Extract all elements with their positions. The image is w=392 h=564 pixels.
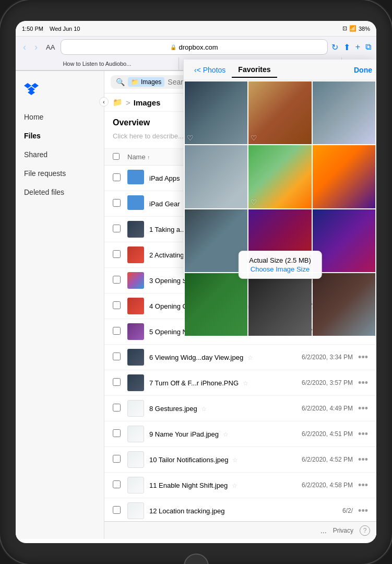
row-checkbox[interactable] — [113, 480, 123, 490]
file-thumbnail — [127, 349, 144, 366]
file-row[interactable]: 9 Name Your iPad.jpeg ☆ 6/2/2020, 4:51 P… — [104, 421, 376, 447]
photo-grid: ♡ ♡ ♡ ♡ ✓ — [184, 80, 376, 337]
photo-cell[interactable]: ♡ — [248, 81, 311, 144]
sidebar-item-home[interactable]: Home — [16, 108, 104, 126]
row-checkbox[interactable] — [113, 225, 123, 234]
row-checkbox[interactable] — [113, 404, 123, 414]
star-icon[interactable]: ☆ — [223, 431, 229, 438]
sidebar: Home Files Shared File requests Deleted … — [16, 71, 104, 539]
bottom-more-button[interactable]: ... — [320, 526, 327, 535]
share-button[interactable]: ⬆ — [343, 42, 350, 52]
dropbox-logo — [16, 77, 104, 108]
star-icon[interactable]: ☆ — [247, 354, 253, 361]
browser-tab-1[interactable]: How to Listen to Audiobo... — [16, 57, 179, 70]
file-date: 6/2/ — [342, 507, 353, 514]
sidebar-item-files[interactable]: Files — [16, 126, 104, 145]
folder-icon — [127, 170, 144, 186]
photo-cell[interactable] — [248, 273, 311, 336]
row-checkbox[interactable] — [113, 506, 123, 516]
reload-button[interactable]: ↻ — [331, 42, 338, 52]
photo-cell[interactable]: ♡ — [248, 145, 311, 208]
heart-icon: ♡ — [187, 134, 194, 142]
row-checkbox[interactable] — [113, 378, 123, 388]
back-button[interactable]: ‹ — [21, 41, 28, 54]
file-row[interactable]: 11 Enable Night Shift.jpeg ☆ 6/2/2020, 4… — [104, 473, 376, 498]
file-thumbnail — [127, 246, 144, 263]
row-checkbox[interactable] — [113, 327, 123, 337]
photos-tabs: ‹ < Photos Favorites Done — [184, 60, 376, 80]
actual-size-tooltip: Actual Size (2.5 MB) Choose Image Size — [238, 251, 322, 279]
row-checkbox[interactable] — [113, 199, 123, 209]
nav-icons: ↻ ⬆ + ⧉ — [331, 42, 371, 52]
more-options-button[interactable]: ••• — [358, 378, 368, 389]
photos-done-button[interactable]: Done — [354, 66, 372, 74]
file-date: 6/2/2020, 3:57 PM — [302, 379, 353, 386]
star-icon[interactable]: ☆ — [243, 380, 248, 387]
device-frame: 1:50 PM Wed Jun 10 ⊡ 📶 38% ‹ › AA 🔒 drop… — [0, 0, 392, 564]
star-icon[interactable]: ☆ — [232, 456, 238, 464]
folder-chip[interactable]: 📁 Images — [128, 77, 164, 87]
photos-favorites-tab[interactable]: Favorites — [232, 62, 277, 78]
home-button[interactable] — [184, 554, 209, 564]
more-options-button[interactable]: ••• — [358, 352, 368, 363]
select-all-checkbox[interactable] — [113, 152, 123, 162]
photo-cell[interactable] — [313, 145, 375, 208]
file-date: 6/2/2020, 4:58 PM — [302, 481, 353, 489]
file-thumbnail — [127, 400, 144, 417]
status-bar: 1:50 PM Wed Jun 10 ⊡ 📶 38% — [16, 21, 376, 37]
breadcrumb-separator: > — [126, 98, 130, 107]
file-name: 11 Enable Night Shift.jpeg ☆ — [149, 481, 302, 489]
forward-button[interactable]: › — [32, 41, 40, 54]
row-checkbox[interactable] — [113, 250, 123, 260]
more-options-button[interactable]: ••• — [358, 403, 368, 414]
sidebar-collapse-button[interactable]: ‹ — [99, 97, 109, 107]
more-options-button[interactable]: ••• — [358, 506, 368, 516]
photo-cell[interactable] — [313, 273, 375, 336]
breadcrumb-folder-icon: 📁 — [113, 98, 123, 107]
lock-icon: 🔒 — [170, 44, 176, 50]
reader-mode-button[interactable]: AA — [44, 42, 57, 52]
choose-image-size-link[interactable]: Choose Image Size — [249, 265, 311, 273]
row-checkbox[interactable] — [113, 173, 123, 183]
time: 1:50 PM — [22, 26, 43, 32]
file-thumbnail — [127, 323, 144, 340]
star-icon[interactable]: ☆ — [232, 482, 237, 489]
file-thumbnail — [127, 221, 144, 238]
file-row[interactable]: 7 Turn Off & F...r iPhone.PNG ☆ 6/2/2020… — [104, 370, 376, 396]
more-options-button[interactable]: ••• — [358, 454, 368, 465]
browser-nav: ‹ › AA 🔒 dropbox.com ↻ ⬆ + ⧉ — [16, 37, 376, 57]
search-icon: 🔍 — [116, 78, 125, 86]
file-date: 6/2/2020, 4:52 PM — [302, 456, 353, 463]
file-name: 8 Gestures.jpeg ☆ — [149, 405, 302, 413]
file-row[interactable]: 10 Tailor Notifications.jpeg ☆ 6/2/2020,… — [104, 447, 376, 473]
privacy-link[interactable]: Privacy — [333, 527, 353, 534]
file-name: 12 Location tracking.jpeg — [149, 507, 342, 515]
file-thumbnail — [127, 477, 144, 494]
tabs-button[interactable]: ⧉ — [365, 42, 371, 52]
photo-cell[interactable] — [185, 145, 247, 208]
more-options-button[interactable]: ••• — [358, 480, 368, 491]
folder-chip-icon: 📁 — [131, 78, 139, 86]
file-row[interactable]: 6 Viewing Widg...day View.jpeg ☆ 6/2/202… — [104, 345, 376, 370]
file-thumbnail — [127, 451, 144, 468]
more-options-button[interactable]: ••• — [358, 429, 368, 440]
address-bar[interactable]: 🔒 dropbox.com — [61, 40, 327, 54]
row-checkbox[interactable] — [113, 429, 123, 439]
row-checkbox[interactable] — [113, 301, 123, 311]
photo-cell[interactable] — [313, 81, 375, 144]
file-thumbnail — [127, 272, 144, 289]
row-checkbox[interactable] — [113, 276, 123, 286]
help-button[interactable]: ? — [360, 525, 370, 536]
wifi-icon: 📶 — [349, 25, 357, 32]
photo-cell[interactable] — [185, 273, 247, 336]
sidebar-item-deleted-files[interactable]: Deleted files — [16, 183, 104, 202]
file-row[interactable]: 8 Gestures.jpeg ☆ 6/2/2020, 4:49 PM ••• — [104, 396, 376, 421]
photos-back-button[interactable]: ‹ < Photos — [188, 63, 232, 77]
sidebar-item-shared[interactable]: Shared — [16, 145, 104, 164]
sidebar-item-file-requests[interactable]: File requests — [16, 164, 104, 183]
star-icon[interactable]: ☆ — [201, 405, 207, 413]
row-checkbox[interactable] — [113, 455, 123, 465]
photo-cell[interactable]: ♡ — [185, 81, 247, 144]
row-checkbox[interactable] — [113, 352, 123, 362]
new-tab-button[interactable]: + — [355, 42, 360, 52]
